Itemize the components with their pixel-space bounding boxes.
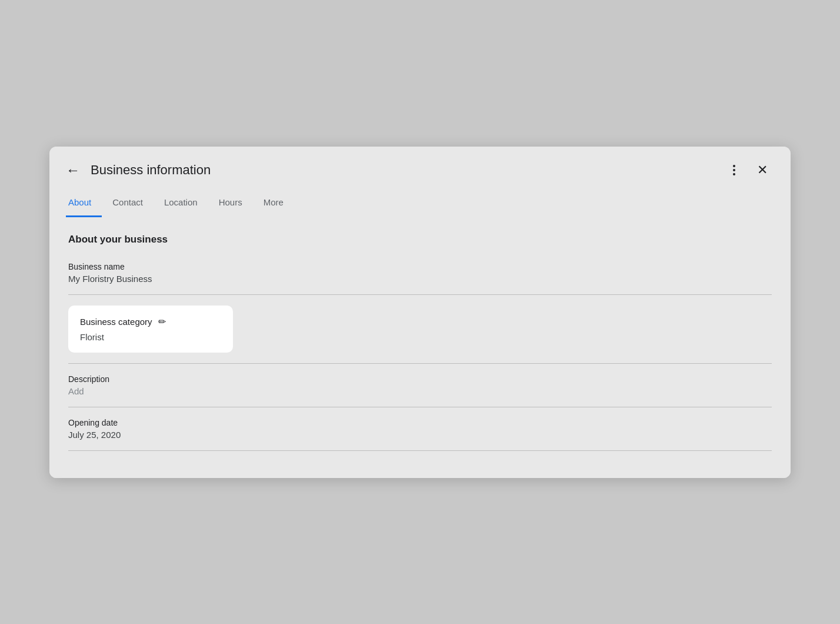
category-card-header: Business category ✏ xyxy=(80,316,221,327)
back-arrow-icon: ← xyxy=(66,163,80,177)
business-category-value: Florist xyxy=(80,332,221,342)
close-icon: ✕ xyxy=(757,162,768,178)
content-area: About your business Business name My Flo… xyxy=(49,217,791,478)
divider-1 xyxy=(68,294,772,295)
tab-bar: About Contact Location Hours More xyxy=(49,191,791,217)
business-category-card[interactable]: Business category ✏ Florist xyxy=(68,306,233,353)
description-value[interactable]: Add xyxy=(68,386,772,396)
section-title: About your business xyxy=(68,234,772,245)
header: ← Business information ✕ xyxy=(49,147,791,191)
business-info-modal: ← Business information ✕ About Contact L… xyxy=(49,147,791,478)
page-title: Business information xyxy=(91,162,722,178)
back-button[interactable]: ← xyxy=(61,158,85,182)
divider-4 xyxy=(68,450,772,451)
description-field: Description Add xyxy=(68,374,772,396)
opening-date-value: July 25, 2020 xyxy=(68,430,772,440)
business-name-field: Business name My Floristry Business xyxy=(68,262,772,284)
header-actions: ✕ xyxy=(722,158,774,182)
opening-date-label: Opening date xyxy=(68,418,772,427)
three-dots-icon xyxy=(727,163,741,177)
opening-date-field: Opening date July 25, 2020 xyxy=(68,418,772,440)
business-name-value: My Floristry Business xyxy=(68,274,772,284)
tab-location[interactable]: Location xyxy=(154,191,208,217)
close-button[interactable]: ✕ xyxy=(751,158,774,182)
description-label: Description xyxy=(68,374,772,384)
edit-icon[interactable]: ✏ xyxy=(158,316,166,327)
tab-more[interactable]: More xyxy=(253,191,294,217)
divider-3 xyxy=(68,407,772,407)
more-options-button[interactable] xyxy=(722,158,746,182)
business-name-label: Business name xyxy=(68,262,772,271)
business-category-label: Business category xyxy=(80,317,152,327)
tab-hours[interactable]: Hours xyxy=(208,191,253,217)
divider-2 xyxy=(68,363,772,364)
tab-contact[interactable]: Contact xyxy=(102,191,154,217)
tab-about[interactable]: About xyxy=(66,191,102,217)
